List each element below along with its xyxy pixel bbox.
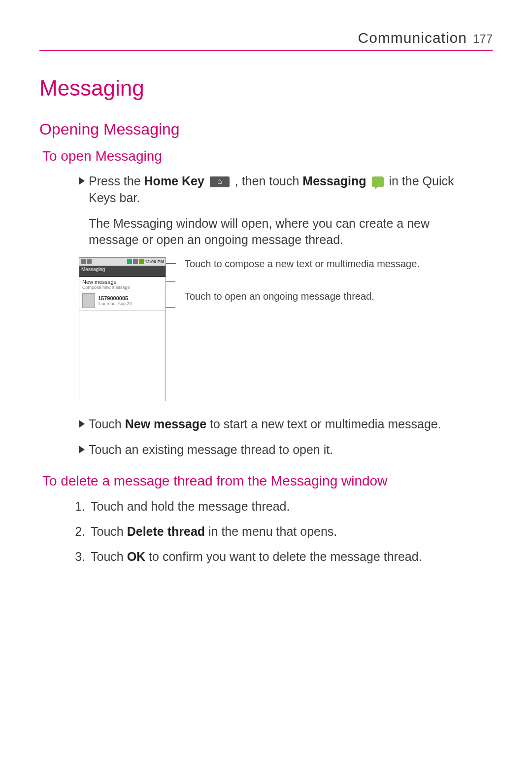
phone-thread-sub: 1 unread, Aug 20 — [98, 301, 132, 306]
text: Touch an existing message thread to open… — [89, 442, 333, 458]
battery-icon — [139, 259, 144, 264]
phone-new-message-title: New message — [82, 279, 163, 285]
step-3: Touch OK to confirm you want to delete t… — [89, 548, 478, 565]
instruction-open: Press the Home Key , then touch Messagin… — [79, 173, 478, 207]
figure: 12:00 PM Messaging New message Compose n… — [79, 257, 493, 401]
callout-open-thread: Touch to open an ongoing message thread. — [176, 290, 420, 303]
paragraph: The Messaging window will open, where yo… — [89, 215, 478, 249]
delete-thread-label: Delete thread — [127, 524, 205, 538]
home-key-icon — [210, 176, 230, 187]
text: Touch — [89, 417, 125, 431]
new-message-label: New message — [125, 417, 206, 431]
text: to confirm you want to delete the messag… — [145, 550, 422, 563]
callout-new-message: Touch to compose a new text or multimedi… — [176, 257, 420, 270]
signal-icon — [133, 259, 138, 264]
phone-time: 12:00 PM — [145, 259, 164, 264]
header-section: Communication — [358, 30, 467, 46]
page-number: 177 — [473, 32, 493, 46]
text: Touch — [91, 550, 127, 563]
signal-icon — [127, 259, 132, 264]
phone-titlebar: Messaging — [79, 266, 166, 277]
page-header: Communication 177 — [39, 30, 493, 51]
page-title: Messaging — [39, 76, 493, 101]
status-icon — [81, 259, 86, 264]
callout-line — [166, 281, 175, 282]
phone-new-message-row: New message Compose new message — [79, 277, 166, 291]
phone-thread-name: 1579000005 — [98, 295, 132, 301]
home-key-label: Home Key — [144, 174, 204, 188]
text: Touch — [91, 524, 127, 538]
bullet-new-message: Touch New message to start a new text or… — [79, 416, 478, 433]
messaging-icon — [372, 176, 384, 187]
text: , then touch — [235, 174, 303, 188]
section-heading: Opening Messaging — [39, 120, 493, 139]
step-1: Touch and hold the message thread. — [89, 498, 478, 515]
subsection-heading-delete: To delete a message thread from the Mess… — [42, 473, 493, 489]
phone-new-message-sub: Compose new message — [82, 285, 163, 290]
phone-thread-row: 1579000005 1 unread, Aug 20 — [79, 291, 166, 311]
avatar-icon — [82, 293, 95, 308]
messaging-label: Messaging — [302, 174, 366, 188]
text: in the menu that opens. — [205, 524, 337, 538]
bullet-icon — [79, 446, 85, 453]
text: to start a new text or multimedia messag… — [206, 417, 441, 431]
phone-screenshot: 12:00 PM Messaging New message Compose n… — [79, 257, 166, 401]
callout-line — [166, 307, 175, 308]
step-2: Touch Delete thread in the menu that ope… — [89, 523, 478, 540]
status-icon — [87, 259, 92, 264]
bullet-open-thread: Touch an existing message thread to open… — [79, 442, 478, 458]
text: Press the — [89, 174, 144, 188]
bullet-icon — [79, 420, 85, 428]
subsection-heading-open: To open Messaging — [42, 148, 493, 164]
phone-statusbar: 12:00 PM — [79, 258, 166, 266]
bullet-icon — [79, 177, 85, 185]
ok-label: OK — [127, 550, 146, 563]
